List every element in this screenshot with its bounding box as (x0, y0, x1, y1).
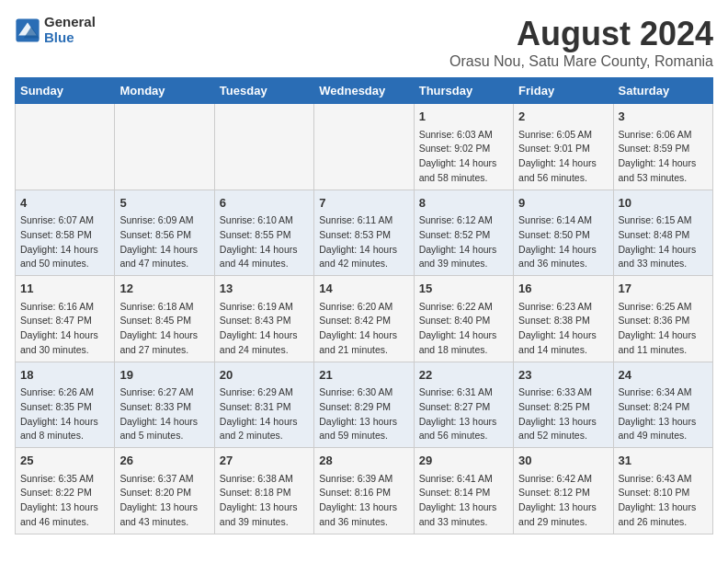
col-header-wednesday: Wednesday (314, 78, 414, 104)
day-info: Daylight: 14 hours (220, 415, 309, 430)
day-info: and 30 minutes. (20, 343, 109, 358)
week-row-5: 25Sunrise: 6:35 AMSunset: 8:22 PMDayligh… (16, 448, 713, 534)
calendar-cell: 7Sunrise: 6:11 AMSunset: 8:53 PMDaylight… (314, 190, 414, 276)
day-info: Sunrise: 6:10 AM (220, 213, 309, 228)
day-info: Daylight: 13 hours (119, 500, 209, 515)
day-info: Sunrise: 6:35 AM (20, 472, 109, 487)
calendar-cell: 30Sunrise: 6:42 AMSunset: 8:12 PMDayligh… (514, 448, 613, 534)
calendar-cell: 28Sunrise: 6:39 AMSunset: 8:16 PMDayligh… (314, 448, 414, 534)
day-info: Sunrise: 6:26 AM (20, 385, 109, 400)
calendar-cell: 14Sunrise: 6:20 AMSunset: 8:42 PMDayligh… (314, 276, 414, 362)
day-number: 1 (419, 108, 508, 126)
day-info: Sunrise: 6:07 AM (20, 213, 109, 228)
day-info: and 44 minutes. (220, 257, 309, 271)
day-info: Sunrise: 6:38 AM (220, 472, 309, 487)
calendar-body: 1Sunrise: 6:03 AMSunset: 9:02 PMDaylight… (16, 104, 713, 534)
day-info: Sunset: 8:58 PM (20, 228, 109, 243)
day-number: 13 (220, 280, 309, 298)
day-info: Sunset: 8:42 PM (319, 314, 408, 328)
day-number: 2 (518, 108, 608, 126)
day-info: Sunset: 8:35 PM (20, 400, 109, 415)
calendar-cell: 26Sunrise: 6:37 AMSunset: 8:20 PMDayligh… (115, 448, 214, 534)
day-info: Sunset: 8:52 PM (419, 228, 508, 243)
day-info: Sunset: 8:16 PM (319, 486, 408, 500)
main-title: August 2024 (449, 15, 713, 53)
day-info: and 33 minutes. (419, 515, 508, 530)
day-info: Sunrise: 6:09 AM (119, 213, 209, 228)
logo-text: General Blue (44, 15, 96, 45)
day-info: and 36 minutes. (518, 257, 608, 271)
day-number: 30 (518, 452, 608, 470)
day-info: Sunset: 8:50 PM (518, 228, 608, 243)
day-info: and 29 minutes. (518, 515, 608, 530)
day-number: 29 (419, 452, 508, 470)
day-info: Sunset: 9:02 PM (419, 142, 508, 156)
day-info: and 36 minutes. (319, 515, 408, 530)
day-info: Daylight: 14 hours (419, 328, 508, 343)
day-info: and 27 minutes. (119, 343, 209, 358)
week-row-3: 11Sunrise: 6:16 AMSunset: 8:47 PMDayligh… (16, 276, 713, 362)
day-info: Sunrise: 6:31 AM (419, 385, 508, 400)
day-number: 28 (319, 452, 408, 470)
day-number: 20 (220, 366, 309, 385)
day-info: Sunrise: 6:18 AM (119, 300, 209, 315)
calendar-cell: 3Sunrise: 6:06 AMSunset: 8:59 PMDaylight… (613, 104, 712, 190)
day-number: 11 (20, 280, 109, 298)
calendar-cell: 27Sunrise: 6:38 AMSunset: 8:18 PMDayligh… (214, 448, 313, 534)
day-info: Sunrise: 6:34 AM (619, 385, 708, 400)
day-info: Sunset: 8:10 PM (619, 486, 708, 500)
day-number: 26 (119, 452, 209, 470)
day-info: and 43 minutes. (119, 515, 209, 530)
day-info: Sunrise: 6:43 AM (619, 472, 708, 487)
day-info: Daylight: 14 hours (119, 328, 209, 343)
calendar-cell: 16Sunrise: 6:23 AMSunset: 8:38 PMDayligh… (514, 276, 613, 362)
calendar-cell (214, 104, 313, 190)
day-info: and 39 minutes. (220, 515, 309, 530)
day-info: Sunset: 8:24 PM (619, 400, 708, 415)
day-info: Daylight: 14 hours (119, 243, 209, 258)
day-info: Sunrise: 6:39 AM (319, 472, 408, 487)
day-info: Sunset: 8:12 PM (518, 486, 608, 500)
day-info: and 58 minutes. (419, 171, 508, 186)
logo-icon (15, 17, 40, 43)
calendar-cell: 20Sunrise: 6:29 AMSunset: 8:31 PMDayligh… (214, 362, 313, 448)
col-header-friday: Friday (514, 78, 613, 104)
day-info: and 14 minutes. (518, 343, 608, 358)
day-number: 27 (220, 452, 309, 470)
day-info: Sunset: 8:53 PM (319, 228, 408, 243)
calendar-cell: 9Sunrise: 6:14 AMSunset: 8:50 PMDaylight… (514, 190, 613, 276)
calendar-cell (115, 104, 214, 190)
logo-general: General (44, 15, 96, 30)
day-info: Sunset: 8:33 PM (119, 400, 209, 415)
day-info: Daylight: 14 hours (518, 156, 608, 171)
day-info: and 50 minutes. (20, 257, 109, 271)
day-info: and 59 minutes. (319, 429, 408, 443)
day-info: and 47 minutes. (119, 257, 209, 271)
calendar-cell (16, 104, 115, 190)
day-info: and 24 minutes. (220, 343, 309, 358)
calendar-cell: 13Sunrise: 6:19 AMSunset: 8:43 PMDayligh… (214, 276, 313, 362)
day-info: Daylight: 13 hours (220, 500, 309, 515)
calendar-cell: 31Sunrise: 6:43 AMSunset: 8:10 PMDayligh… (613, 448, 712, 534)
day-info: Sunset: 8:14 PM (419, 486, 508, 500)
day-info: and 39 minutes. (419, 257, 508, 271)
calendar-cell: 8Sunrise: 6:12 AMSunset: 8:52 PMDaylight… (414, 190, 513, 276)
day-info: and 46 minutes. (20, 515, 109, 530)
col-header-tuesday: Tuesday (214, 78, 313, 104)
day-info: Sunset: 8:18 PM (220, 486, 309, 500)
day-info: Daylight: 13 hours (319, 500, 408, 515)
day-info: and 18 minutes. (419, 343, 508, 358)
calendar-cell: 2Sunrise: 6:05 AMSunset: 9:01 PMDaylight… (514, 104, 613, 190)
day-number: 12 (119, 280, 209, 298)
day-info: Sunrise: 6:15 AM (619, 213, 708, 228)
title-area: August 2024 Orasu Nou, Satu Mare County,… (449, 15, 713, 70)
day-number: 4 (20, 194, 109, 213)
day-info: and 21 minutes. (319, 343, 408, 358)
logo-blue: Blue (44, 30, 96, 46)
calendar-cell: 19Sunrise: 6:27 AMSunset: 8:33 PMDayligh… (115, 362, 214, 448)
day-info: Daylight: 14 hours (319, 328, 408, 343)
day-number: 15 (419, 280, 508, 298)
day-info: Sunset: 8:36 PM (619, 314, 708, 328)
day-info: Sunset: 8:48 PM (619, 228, 708, 243)
day-info: Sunrise: 6:37 AM (119, 472, 209, 487)
